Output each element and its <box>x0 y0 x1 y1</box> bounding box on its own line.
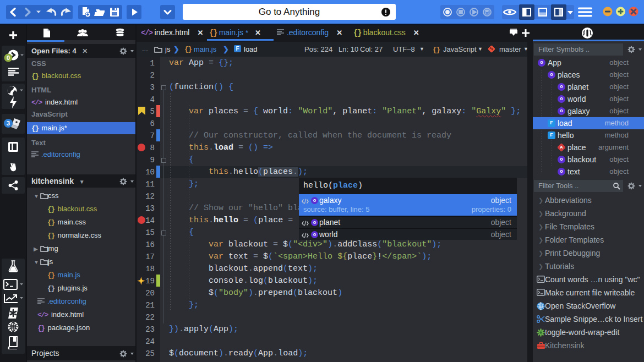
svg-text:3: 3 <box>7 120 10 127</box>
svg-text:0: 0 <box>7 54 10 61</box>
